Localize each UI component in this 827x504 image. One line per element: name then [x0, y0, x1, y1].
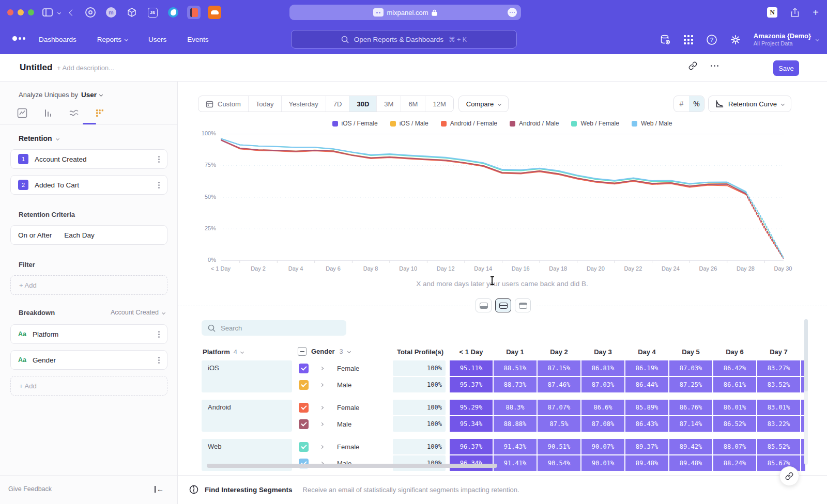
- favicon-m-icon[interactable]: m: [104, 6, 118, 19]
- analyze-value[interactable]: User: [81, 91, 97, 99]
- breakdown-menu-icon[interactable]: [158, 359, 160, 361]
- retention-cell[interactable]: 90.07%: [581, 439, 624, 454]
- close-window-button[interactable]: [7, 9, 13, 15]
- save-button[interactable]: Save: [773, 60, 799, 76]
- range-12m[interactable]: 12M: [425, 96, 453, 112]
- favicon-active-tab-icon[interactable]: [187, 6, 201, 19]
- report-description-placeholder[interactable]: + Add description...: [57, 64, 114, 72]
- retention-cell[interactable]: 89.37%: [625, 439, 668, 454]
- retention-cell[interactable]: 83.01%: [757, 400, 800, 415]
- url-extensions-icon[interactable]: [508, 8, 517, 17]
- retention-cell[interactable]: 88.51%: [494, 360, 537, 376]
- series-checkbox[interactable]: [299, 380, 309, 390]
- retention-cell[interactable]: 87.08%: [581, 416, 624, 432]
- retention-cell[interactable]: 95.34%: [450, 416, 493, 432]
- retention-cell[interactable]: 87.46%: [538, 377, 580, 392]
- platform-cell[interactable]: Android: [202, 400, 292, 432]
- platform-cell[interactable]: iOS: [202, 360, 292, 392]
- series-checkbox[interactable]: [299, 442, 309, 452]
- criteria-mode[interactable]: On or After: [18, 231, 52, 239]
- retention-cell[interactable]: 86.81%: [581, 360, 624, 376]
- range-6m[interactable]: 6M: [401, 96, 425, 112]
- chart-only-view-button[interactable]: [476, 298, 492, 312]
- retention-cell[interactable]: 83.27%: [757, 360, 800, 376]
- breakdown-menu-icon[interactable]: [158, 334, 160, 335]
- mixpanel-logo-icon[interactable]: [12, 36, 25, 41]
- expand-row-icon[interactable]: [320, 445, 324, 448]
- retention-cell[interactable]: 91.43%: [494, 439, 537, 454]
- url-bar[interactable]: mixpanel.com: [289, 5, 521, 20]
- nav-reports[interactable]: Reports: [97, 36, 128, 43]
- vertical-scrollbar[interactable]: [804, 319, 808, 465]
- retention-cell[interactable]: 90.01%: [581, 455, 624, 471]
- retention-cell[interactable]: 87.14%: [669, 416, 712, 432]
- series-checkbox[interactable]: [299, 403, 309, 413]
- add-filter-button[interactable]: + Add: [10, 275, 167, 295]
- retention-cell[interactable]: 88.73%: [494, 377, 537, 392]
- range-yesterday[interactable]: Yesterday: [282, 96, 326, 112]
- tab-retention-icon[interactable]: [93, 106, 106, 120]
- favicon-globe-icon[interactable]: [166, 6, 180, 19]
- new-tab-icon[interactable]: +: [813, 7, 819, 18]
- retention-section-header[interactable]: Retention: [19, 134, 59, 143]
- legend-item[interactable]: iOS / Female: [332, 120, 378, 127]
- retention-cell[interactable]: 95.29%: [450, 400, 493, 415]
- retention-cell[interactable]: 89.42%: [669, 439, 712, 454]
- expand-row-icon[interactable]: [320, 405, 324, 409]
- breakdown-card-gender[interactable]: Aa Gender: [10, 350, 167, 370]
- gender-column-header[interactable]: Gender 3: [298, 347, 350, 356]
- share-link-button[interactable]: [779, 466, 799, 486]
- tab-insights-icon[interactable]: [16, 106, 29, 120]
- nav-dashboards[interactable]: Dashboards: [39, 36, 76, 43]
- range-30d[interactable]: 30D: [349, 96, 377, 112]
- share-icon[interactable]: [791, 8, 799, 18]
- legend-item[interactable]: iOS / Male: [390, 120, 428, 127]
- back-icon[interactable]: [70, 10, 74, 15]
- give-feedback-link[interactable]: Give Feedback: [8, 485, 52, 493]
- platform-column-header[interactable]: Platform 4: [203, 348, 243, 356]
- retention-cell[interactable]: 87.15%: [538, 360, 580, 376]
- series-checkbox[interactable]: [299, 419, 309, 429]
- step-menu-icon[interactable]: [158, 159, 160, 160]
- retention-cell[interactable]: 85.89%: [625, 400, 668, 415]
- copy-link-icon[interactable]: [688, 61, 697, 70]
- minimize-window-button[interactable]: [18, 9, 24, 15]
- collapse-sidebar-icon[interactable]: ←: [155, 485, 164, 493]
- retention-cell[interactable]: 86.43%: [625, 416, 668, 432]
- legend-item[interactable]: Android / Male: [510, 120, 559, 127]
- retention-cell[interactable]: 91.41%: [494, 455, 537, 471]
- retention-cell[interactable]: 86.01%: [713, 400, 756, 415]
- analyze-uniques-control[interactable]: Analyze Uniques by User: [19, 91, 102, 99]
- range-7d[interactable]: 7D: [326, 96, 350, 112]
- retention-cell[interactable]: 86.44%: [625, 377, 668, 392]
- retention-cell[interactable]: 88.88%: [494, 416, 537, 432]
- legend-item[interactable]: Web / Female: [571, 120, 619, 127]
- retention-cell[interactable]: 86.61%: [713, 377, 756, 392]
- step-menu-icon[interactable]: [158, 184, 160, 186]
- expand-row-icon[interactable]: [320, 383, 324, 386]
- retention-cell[interactable]: 86.42%: [713, 360, 756, 376]
- retention-cell[interactable]: 89.48%: [625, 455, 668, 471]
- add-breakdown-button[interactable]: + Add: [10, 376, 167, 396]
- report-title[interactable]: Untitled: [20, 62, 52, 73]
- legend-item[interactable]: Android / Female: [441, 120, 497, 127]
- breakdown-card-platform[interactable]: Aa Platform: [10, 324, 167, 344]
- browser-sidebar-icon[interactable]: [42, 8, 53, 17]
- retention-cell[interactable]: 89.48%: [669, 455, 712, 471]
- table-only-view-button[interactable]: [515, 298, 531, 312]
- help-icon[interactable]: ?: [706, 34, 717, 45]
- retention-cell[interactable]: 86.19%: [625, 360, 668, 376]
- global-search[interactable]: Open Reports & Dashboards ⌘ + K: [291, 30, 517, 49]
- step-card-account-created[interactable]: 1 Account Created: [10, 149, 167, 169]
- favicon-cloud-icon[interactable]: [208, 6, 221, 19]
- retention-cell[interactable]: 86.76%: [669, 400, 712, 415]
- retention-cell[interactable]: 96.37%: [450, 439, 493, 454]
- retention-cell[interactable]: 83.22%: [757, 416, 800, 432]
- unit-number-button[interactable]: #: [674, 96, 689, 112]
- retention-cell[interactable]: 87.25%: [669, 377, 712, 392]
- split-view-button[interactable]: [495, 298, 511, 312]
- expand-row-icon[interactable]: [320, 422, 324, 426]
- retention-cell[interactable]: 87.03%: [581, 377, 624, 392]
- retention-cell[interactable]: 87.5%: [538, 416, 580, 432]
- settings-gear-icon[interactable]: [730, 34, 741, 45]
